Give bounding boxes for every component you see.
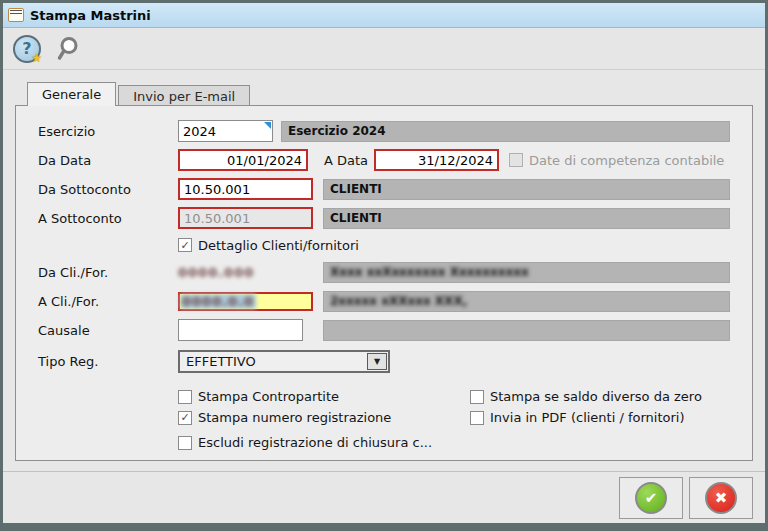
- da-clifor-label: Da Cli./For.: [38, 265, 178, 280]
- da-data-input[interactable]: [178, 149, 308, 171]
- a-clifor-value-redacted: 0000.0.0: [180, 294, 256, 309]
- saldo-zero-checkbox[interactable]: [470, 390, 484, 404]
- tab-generale[interactable]: Generale: [27, 82, 116, 106]
- da-clifor-display-redacted: Xxxx xxXxxxxxxx Xxxxxxxxxx: [330, 265, 529, 279]
- checkline-2: ✓ Stampa numero registrazione Invia in P…: [178, 407, 736, 428]
- a-clifor-display: 2xxxxx xXXxxx XXX,: [323, 291, 730, 312]
- titlebar: Stampa Mastrini: [3, 3, 765, 28]
- dettaglio-checkbox[interactable]: ✓: [178, 238, 192, 252]
- dettaglio-label: Dettaglio Clienti/fornitori: [198, 238, 359, 253]
- tipo-reg-value: EFFETTIVO: [186, 354, 256, 369]
- tab-panel-generale: Esercizio Esercizio 2024 Da Data A Data …: [15, 105, 753, 461]
- a-data-label: A Data: [308, 153, 374, 168]
- tab-invio-email[interactable]: Invio per E-mail: [118, 85, 250, 106]
- row-tipo-reg: Tipo Reg. EFFETTIVO ▼: [38, 350, 736, 372]
- toolbar: ? ★: [3, 28, 765, 70]
- window-title: Stampa Mastrini: [30, 8, 151, 23]
- saldo-zero-label: Stampa se saldo diverso da zero: [490, 389, 702, 404]
- da-sottoconto-display: CLIENTI: [323, 179, 730, 200]
- check-invia-pdf: Invia in PDF (clienti / fornitori): [470, 410, 685, 425]
- numero-reg-label: Stampa numero registrazione: [198, 410, 391, 425]
- a-sottoconto-input[interactable]: [178, 207, 313, 229]
- tab-generale-label: Generale: [42, 87, 101, 102]
- bottom-button-bar: ✔ ✖: [3, 471, 765, 523]
- da-sottoconto-label: Da Sottoconto: [38, 182, 178, 197]
- escludi-chiusura-checkbox[interactable]: [178, 436, 192, 450]
- help-button[interactable]: ? ★: [13, 35, 41, 63]
- esercizio-input[interactable]: [178, 120, 273, 142]
- a-clifor-input[interactable]: 0000.0.0: [178, 292, 313, 311]
- ok-check-icon: ✔: [635, 482, 667, 514]
- window-icon: [8, 8, 24, 22]
- numero-reg-checkbox[interactable]: ✓: [178, 411, 192, 425]
- star-icon: ★: [31, 51, 42, 65]
- da-clifor-input[interactable]: 0000.000: [178, 265, 313, 280]
- check-numero-reg: ✓ Stampa numero registrazione: [178, 410, 470, 425]
- causale-label: Causale: [38, 323, 178, 338]
- row-esercizio: Esercizio Esercizio 2024: [38, 120, 736, 142]
- tipo-reg-dropdown[interactable]: EFFETTIVO ▼: [178, 350, 390, 373]
- da-clifor-value-redacted: 0000.000: [178, 265, 254, 280]
- cancel-x-icon: ✖: [705, 482, 737, 514]
- dialog-stampa-mastrini: Stampa Mastrini ? ★ Generale Invio per E…: [0, 0, 768, 531]
- checkline-1: Stampa Contropartite Stampa se saldo div…: [178, 386, 736, 407]
- tab-invio-email-label: Invio per E-mail: [133, 89, 235, 104]
- invia-pdf-checkbox[interactable]: [470, 411, 484, 425]
- invia-pdf-label: Invia in PDF (clienti / fornitori): [490, 410, 685, 425]
- a-sottoconto-label: A Sottoconto: [38, 211, 178, 226]
- row-causale: Causale: [38, 319, 736, 341]
- tab-bar: Generale Invio per E-mail: [27, 82, 753, 106]
- checkline-3: Escludi registrazione di chiusura c...: [178, 432, 736, 453]
- a-clifor-display-redacted: 2xxxxx xXXxxx XXX,: [330, 294, 467, 308]
- dropdown-arrow-icon: ▼: [367, 353, 387, 370]
- a-clifor-label: A Cli./For.: [38, 294, 178, 309]
- a-sottoconto-display: CLIENTI: [323, 208, 730, 229]
- check-escludi-chiusura: Escludi registrazione di chiusura c...: [178, 435, 470, 450]
- a-data-input[interactable]: [374, 149, 499, 171]
- search-icon: [55, 35, 83, 63]
- da-sottoconto-input[interactable]: [178, 178, 313, 200]
- row-a-sottoconto: A Sottoconto CLIENTI: [38, 207, 736, 229]
- content-area: Generale Invio per E-mail Esercizio Eser…: [3, 70, 765, 523]
- cancel-button[interactable]: ✖: [689, 477, 753, 519]
- row-da-clifor: Da Cli./For. 0000.000 Xxxx xxXxxxxxxx Xx…: [38, 261, 736, 283]
- search-button[interactable]: [55, 35, 83, 63]
- options-checkgroup: Stampa Contropartite Stampa se saldo div…: [178, 386, 736, 453]
- esercizio-label: Esercizio: [38, 124, 178, 139]
- da-data-label: Da Data: [38, 153, 178, 168]
- check-saldo-zero: Stampa se saldo diverso da zero: [470, 389, 702, 404]
- check-contropartite: Stampa Contropartite: [178, 389, 470, 404]
- da-clifor-display: Xxxx xxXxxxxxxx Xxxxxxxxxx: [323, 262, 730, 283]
- tipo-reg-label: Tipo Reg.: [38, 354, 178, 369]
- causale-input[interactable]: [178, 319, 303, 341]
- row-da-sottoconto: Da Sottoconto CLIENTI: [38, 178, 736, 200]
- contropartite-label: Stampa Contropartite: [198, 389, 339, 404]
- esercizio-display: Esercizio 2024: [281, 121, 730, 142]
- esercizio-field-wrap: [178, 120, 273, 142]
- row-date: Da Data A Data Date di competenza contab…: [38, 149, 736, 171]
- escludi-chiusura-label: Escludi registrazione di chiusura c...: [198, 435, 432, 450]
- ok-button[interactable]: ✔: [619, 477, 683, 519]
- date-competenza-checkbox[interactable]: [509, 153, 523, 167]
- contropartite-checkbox[interactable]: [178, 390, 192, 404]
- row-a-clifor: A Cli./For. 0000.0.0 2xxxxx xXXxxx XXX,: [38, 290, 736, 312]
- row-dettaglio: ✓ Dettaglio Clienti/fornitori: [178, 236, 736, 254]
- causale-display: [323, 320, 730, 341]
- date-competenza-label: Date di competenza contabile: [529, 153, 724, 168]
